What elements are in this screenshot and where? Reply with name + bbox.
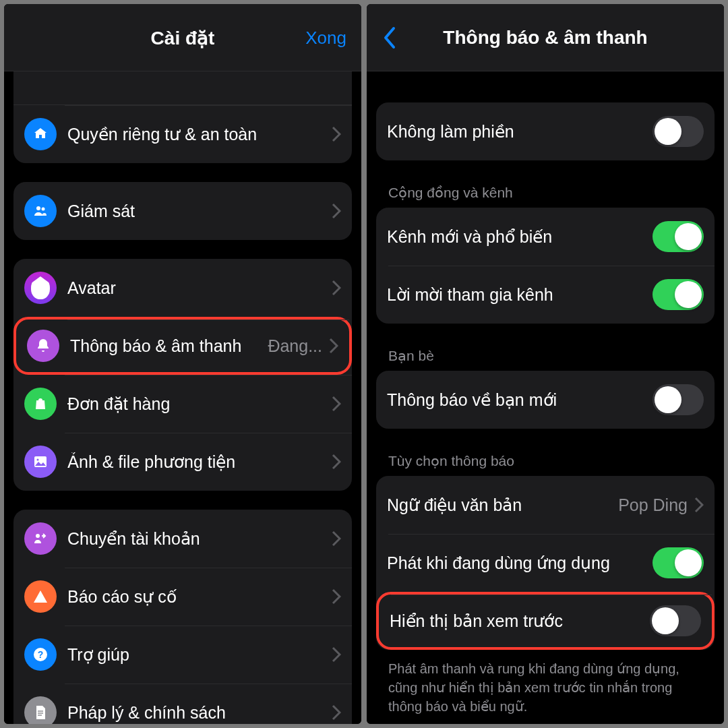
row-inapp-sound[interactable]: Phát khi đang dùng ứng dụng bbox=[376, 534, 715, 592]
bag-icon bbox=[24, 388, 57, 420]
done-button[interactable]: Xong bbox=[305, 28, 346, 49]
row-privacy[interactable]: Quyền riêng tư & an toàn bbox=[13, 105, 352, 163]
toggle-friend-notify[interactable] bbox=[653, 384, 704, 415]
navbar: Thông báo & âm thanh bbox=[367, 4, 724, 71]
row-label: Quyền riêng tư & an toàn bbox=[67, 125, 332, 144]
page-title: Thông báo & âm thanh bbox=[443, 27, 647, 49]
svg-point-4 bbox=[36, 534, 40, 538]
chevron-right-icon bbox=[694, 497, 704, 513]
row-detail: Đang... bbox=[268, 336, 322, 356]
warning-icon bbox=[24, 580, 57, 613]
row-label: Thông báo & âm thanh bbox=[70, 336, 268, 356]
navbar: Cài đặt Xong bbox=[4, 4, 361, 71]
switch-account-icon bbox=[24, 522, 57, 555]
page-title: Cài đặt bbox=[151, 27, 215, 49]
back-button[interactable] bbox=[382, 26, 396, 50]
row-invites[interactable]: Lời mời tham gia kênh bbox=[376, 266, 715, 324]
svg-point-3 bbox=[37, 459, 39, 461]
row-detail: Pop Ding bbox=[618, 495, 688, 515]
toggle-new-popular[interactable] bbox=[653, 221, 704, 252]
row-label: Phát khi đang dùng ứng dụng bbox=[387, 553, 653, 573]
row-notifications[interactable]: Thông báo & âm thanh Đang... bbox=[13, 317, 352, 375]
row-label: Ảnh & file phương tiện bbox=[67, 452, 332, 472]
row-label: Trợ giúp bbox=[67, 645, 332, 665]
row-media[interactable]: Ảnh & file phương tiện bbox=[13, 433, 352, 491]
footer-text: Phát âm thanh và rung khi đang dùng ứng … bbox=[376, 650, 715, 716]
toggle-invites[interactable] bbox=[653, 279, 704, 310]
row-label: Lời mời tham gia kênh bbox=[387, 285, 653, 305]
svg-point-1 bbox=[42, 208, 45, 211]
svg-point-0 bbox=[36, 206, 40, 210]
row-label: Kênh mới và phổ biến bbox=[387, 227, 653, 247]
chevron-right-icon bbox=[332, 646, 341, 663]
document-icon bbox=[24, 696, 57, 724]
notifications-screen: Thông báo & âm thanh Không làm phiền Cộn… bbox=[367, 4, 724, 724]
row-label: Hiển thị bản xem trước bbox=[390, 611, 650, 631]
row-label: Giám sát bbox=[67, 202, 332, 221]
toggle-dnd[interactable] bbox=[653, 116, 704, 147]
row-label: Ngữ điệu văn bản bbox=[387, 495, 618, 515]
row-preview[interactable]: Hiển thị bản xem trước bbox=[376, 592, 715, 650]
section-header-opts: Tùy chọn thông báo bbox=[376, 453, 715, 476]
row-label: Không làm phiền bbox=[387, 122, 653, 142]
chevron-right-icon bbox=[332, 530, 341, 547]
row-label: Đơn đặt hàng bbox=[67, 394, 332, 414]
chevron-right-icon bbox=[329, 338, 338, 354]
row-label: Thông báo về bạn mới bbox=[387, 390, 653, 410]
chevron-right-icon bbox=[332, 280, 341, 296]
row-label: Avatar bbox=[67, 278, 332, 298]
chevron-right-icon bbox=[332, 704, 341, 721]
row-legal[interactable]: Pháp lý & chính sách bbox=[13, 684, 352, 724]
chevron-right-icon bbox=[332, 396, 341, 412]
row-friend-notify[interactable]: Thông báo về bạn mới bbox=[376, 371, 715, 429]
shield-house-icon bbox=[24, 118, 57, 150]
row-label: Pháp lý & chính sách bbox=[67, 703, 332, 723]
row-report[interactable]: Báo cáo sự cố bbox=[13, 568, 352, 626]
row-orders[interactable]: Đơn đặt hàng bbox=[13, 375, 352, 433]
row-label: Chuyển tài khoản bbox=[67, 529, 332, 549]
toggle-inapp-sound[interactable] bbox=[653, 547, 704, 578]
row-help[interactable]: ? Trợ giúp bbox=[13, 626, 352, 684]
chevron-right-icon bbox=[332, 126, 341, 142]
people-icon bbox=[24, 195, 57, 227]
section-header-community: Cộng đồng và kênh bbox=[376, 185, 715, 208]
row-text-tone[interactable]: Ngữ điệu văn bản Pop Ding bbox=[376, 476, 715, 534]
chevron-right-icon bbox=[332, 203, 341, 219]
row-new-popular[interactable]: Kênh mới và phổ biến bbox=[376, 208, 715, 266]
settings-screen: Cài đặt Xong Quyền riêng tư & an toàn bbox=[4, 4, 361, 724]
help-icon: ? bbox=[24, 638, 57, 671]
chevron-right-icon bbox=[332, 588, 341, 605]
row-avatar[interactable]: Avatar bbox=[13, 259, 352, 317]
chevron-right-icon bbox=[332, 454, 341, 470]
image-icon bbox=[24, 446, 57, 478]
toggle-preview[interactable] bbox=[650, 605, 701, 636]
bell-icon bbox=[27, 330, 59, 362]
avatar-icon bbox=[24, 272, 57, 304]
row-switch-account[interactable]: Chuyển tài khoản bbox=[13, 510, 352, 568]
row-dnd[interactable]: Không làm phiền bbox=[376, 102, 715, 160]
section-header-friends: Bạn bè bbox=[376, 348, 715, 371]
svg-text:?: ? bbox=[38, 649, 44, 660]
row-supervision[interactable]: Giám sát bbox=[13, 182, 352, 240]
row-label: Báo cáo sự cố bbox=[67, 587, 332, 607]
